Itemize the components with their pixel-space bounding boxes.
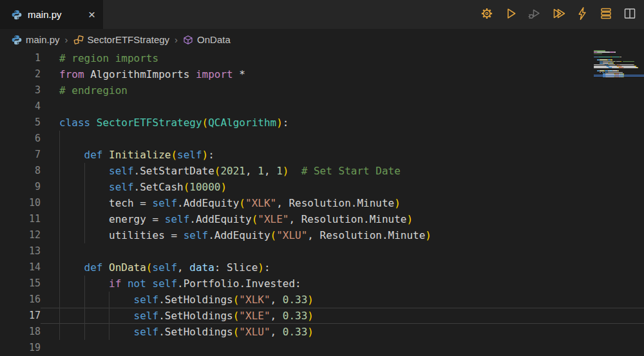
run-all-icon: [551, 6, 566, 23]
token-txt: :: [264, 261, 270, 274]
minimap-line-fragment: [623, 61, 634, 62]
python-icon: [12, 10, 22, 20]
stack-button[interactable]: [598, 6, 614, 23]
breadcrumb-separator: ›: [175, 34, 178, 45]
token-str: "XLK": [245, 197, 276, 209]
code-line[interactable]: 19: [0, 340, 644, 356]
minimap-line-fragment: [597, 52, 611, 53]
breadcrumb-label: main.py: [26, 34, 60, 45]
token-txt: tech =: [59, 197, 153, 209]
breadcrumb-item-main-py[interactable]: main.py: [12, 34, 60, 45]
code-line[interactable]: 3# endregion: [0, 82, 644, 98]
token-brk: (: [270, 229, 277, 241]
token-txt: : Slice: [214, 261, 258, 274]
run-button[interactable]: [503, 6, 518, 23]
code-line[interactable]: 8 self.SetStartDate(2021, 1, 1) # Set St…: [0, 163, 644, 179]
code-text: def Initialize(self):: [41, 147, 644, 163]
code-text: from AlgorithmImports import *: [41, 66, 644, 82]
lightning-button[interactable]: [574, 6, 590, 23]
code-text: [41, 340, 644, 356]
run-all-button[interactable]: [551, 6, 566, 23]
tab-close-icon[interactable]: ×: [88, 8, 95, 21]
debug-icon: [527, 6, 542, 23]
code-text: [41, 131, 644, 147]
token-txt: [59, 310, 134, 322]
code-line[interactable]: 6: [0, 131, 644, 147]
token-brk: (: [146, 261, 153, 274]
code-line[interactable]: 4: [0, 98, 644, 115]
token-kw: from: [59, 68, 84, 80]
token-txt: AlgorithmImports: [84, 68, 196, 80]
minimap-line-fragment: [612, 57, 620, 58]
settings-gear-icon: [479, 6, 495, 23]
python-icon: [12, 35, 22, 45]
code-editor[interactable]: 1# region imports2from AlgorithmImports …: [0, 50, 644, 356]
code-line[interactable]: 5class SectorETFStrategy(QCAlgorithm):: [0, 115, 644, 131]
code-line[interactable]: 12 utilities = self.AddEquity("XLU", Res…: [0, 227, 644, 243]
line-number: 15: [0, 276, 41, 292]
code-line[interactable]: 17 self.SetHoldings("XLE", 0.33): [0, 308, 644, 324]
code-line[interactable]: 7 def Initialize(self):: [0, 147, 644, 163]
token-num: 1: [258, 165, 264, 177]
minimap-line-fragment: [618, 70, 619, 71]
editor-actions: [479, 0, 638, 29]
token-kw2: self: [184, 229, 209, 241]
token-txt: .AddEquity: [189, 213, 251, 225]
token-str: "XLK": [239, 294, 270, 306]
code-line[interactable]: 18 self.SetHoldings("XLU", 0.33): [0, 324, 644, 340]
code-text: if not self.Portfolio.Invested:: [41, 276, 644, 292]
token-fn: Initialize: [109, 149, 171, 161]
token-brk: ): [394, 197, 401, 209]
token-num: 2021: [220, 165, 245, 177]
code-line[interactable]: 9 self.SetCash(10000): [0, 179, 644, 195]
line-number: 1: [0, 50, 41, 66]
line-number: 6: [0, 131, 41, 147]
code-line[interactable]: 2from AlgorithmImports import *: [0, 66, 644, 82]
code-text: # endregion: [41, 82, 644, 98]
token-cls: QCAlgorithm: [208, 117, 276, 129]
token-txt: :: [208, 149, 214, 161]
code-line[interactable]: 11 energy = self.AddEquity("XLE", Resolu…: [0, 211, 644, 227]
breadcrumb-item-ondata[interactable]: OnData: [183, 34, 231, 45]
code-text: self.SetCash(10000): [41, 179, 644, 195]
code-line[interactable]: 16 self.SetHoldings("XLK", 0.33): [0, 292, 644, 308]
token-txt: [146, 277, 153, 290]
code-lines: 1# region imports2from AlgorithmImports …: [0, 50, 644, 356]
token-brk: ): [307, 294, 314, 306]
token-kw2: def: [84, 261, 109, 274]
token-txt: , Resolution.Minute: [289, 213, 406, 225]
code-line[interactable]: 15 if not self.Portfolio.Invested:: [0, 276, 644, 292]
minimap-line-fragment: [594, 52, 597, 53]
line-number: 8: [0, 163, 41, 179]
minimap-line-fragment: [623, 67, 638, 68]
minimap-line-fragment: [609, 67, 612, 68]
token-kw2: def: [84, 149, 109, 161]
code-line[interactable]: 1# region imports: [0, 50, 644, 66]
minimap-line-fragment: [600, 72, 601, 73]
code-line[interactable]: 13: [0, 243, 644, 259]
token-brk: ): [425, 229, 431, 241]
token-param: data: [189, 261, 214, 274]
line-number: 19: [0, 340, 41, 356]
method-icon: [183, 35, 193, 45]
token-brk: ): [258, 261, 264, 274]
line-number: 9: [0, 179, 41, 195]
line-number: 17: [0, 308, 41, 324]
code-line[interactable]: 14 def OnData(self, data: Slice):: [0, 259, 644, 276]
settings-gear-button[interactable]: [479, 6, 495, 23]
split-editor-button[interactable]: [622, 6, 638, 23]
token-txt: ,: [270, 310, 283, 322]
code-line[interactable]: 10 tech = self.AddEquity("XLK", Resoluti…: [0, 195, 644, 211]
token-num: 0.33: [283, 294, 308, 306]
breadcrumb-item-sectoretfstrategy[interactable]: SectorETFStrategy: [73, 34, 170, 45]
token-kw2: self: [134, 326, 159, 338]
code-text: def OnData(self, data: Slice):: [41, 259, 644, 276]
run-icon: [503, 6, 518, 23]
line-number: 3: [0, 82, 41, 98]
minimap[interactable]: [594, 50, 644, 95]
debug-button[interactable]: [527, 6, 542, 23]
code-text: class SectorETFStrategy(QCAlgorithm):: [41, 115, 644, 131]
tab-main-py[interactable]: main.py ×: [0, 0, 103, 29]
token-com: # endregion: [59, 84, 128, 97]
token-txt: [59, 294, 134, 306]
